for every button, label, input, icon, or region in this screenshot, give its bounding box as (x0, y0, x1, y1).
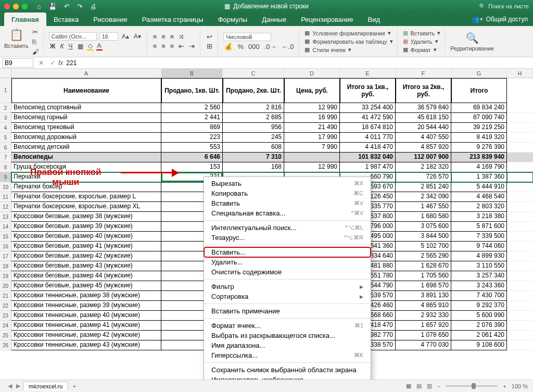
paste-button[interactable]: 📋 Вставить (4, 28, 29, 55)
context-menu-item[interactable]: Сортировка (204, 292, 371, 301)
row-header[interactable]: 25 (0, 331, 11, 340)
cell[interactable]: Перчатки боксер (11, 182, 161, 192)
cut-icon[interactable]: ✂ (32, 28, 39, 36)
cell[interactable]: 16 990 (284, 113, 340, 123)
cell[interactable]: Кроссовки беговые, размер 44 (мужские) (11, 271, 161, 281)
context-menu-item[interactable]: Удалить... (204, 257, 371, 267)
cell[interactable]: Кроссовки беговые, размер 43 (мужские) (11, 261, 161, 271)
row-header[interactable]: 11 (0, 192, 11, 202)
col-header-d[interactable]: D (284, 69, 340, 78)
header-cell[interactable]: Продано, 1кв. Шт. (161, 78, 223, 103)
cell[interactable] (284, 153, 340, 162)
wrap-text-icon[interactable]: ↩ (206, 33, 213, 41)
col-header-g[interactable]: G (451, 69, 507, 78)
cell[interactable]: 36 579 840 (396, 103, 451, 113)
zoom-level[interactable]: 100 % (512, 383, 528, 389)
cell[interactable]: 213 839 940 (451, 153, 507, 162)
row-header[interactable]: 21 (0, 291, 11, 301)
cell[interactable]: 4 011 770 (340, 133, 396, 143)
cell[interactable]: Кроссовки теннисные, размер 42 (мужские) (11, 331, 161, 340)
orientation-icon[interactable]: ⤭ (177, 33, 185, 41)
currency-icon[interactable]: 💰 (223, 43, 234, 50)
tab-layout[interactable]: Разметка страницы (135, 12, 211, 26)
cell[interactable]: 3 844 500 (396, 232, 451, 242)
row-header[interactable]: 20 (0, 281, 11, 291)
align-bottom-icon[interactable]: ≡ (169, 33, 175, 41)
cell[interactable]: 7 339 500 (451, 232, 507, 242)
align-center-icon[interactable]: ≡ (160, 42, 167, 50)
cell[interactable]: Велосипеды (11, 153, 161, 162)
italic-button[interactable]: К (59, 43, 65, 50)
cell[interactable]: 1 657 920 (396, 321, 451, 331)
conditional-formatting[interactable]: ▦Условное форматирование▾ (304, 30, 392, 36)
cell[interactable]: Кроссовки теннисные, размер 41 (мужские) (11, 321, 161, 331)
cell[interactable]: 9 276 390 (451, 143, 507, 153)
decrease-font-icon[interactable]: A▾ (133, 33, 142, 40)
align-left-icon[interactable]: ≡ (152, 42, 158, 50)
cell[interactable]: 5 600 990 (451, 311, 507, 321)
tab-nav-first[interactable]: ◀ (6, 383, 14, 389)
context-menu-item[interactable]: Тезаурус... ^⌥⌘R (204, 233, 371, 243)
cell[interactable]: 1 078 650 (396, 331, 451, 340)
cell[interactable]: 17 990 (284, 133, 340, 143)
row-header[interactable]: 23 (0, 311, 11, 321)
cell[interactable]: 1 628 670 (396, 261, 451, 271)
cell[interactable]: 1 467 550 (396, 202, 451, 212)
cell[interactable]: 4 169 790 (451, 162, 507, 172)
cell[interactable]: 608 (223, 143, 284, 153)
name-box[interactable] (2, 58, 33, 68)
cell[interactable]: 2 685 (223, 113, 284, 123)
sheet-tab[interactable]: microexcel.ru (23, 382, 68, 390)
cell[interactable]: 12 990 (284, 162, 340, 172)
cell[interactable]: 3 257 340 (451, 271, 507, 281)
cell[interactable]: 33 254 400 (340, 103, 396, 113)
delete-cells[interactable]: ▦Удалить▾ (403, 38, 441, 45)
row-header[interactable]: 3 (0, 113, 11, 123)
format-as-table[interactable]: ▦Форматировать как таблицу▾ (304, 38, 392, 45)
cell[interactable]: 101 832 040 (340, 153, 396, 162)
context-menu-item[interactable]: Формат ячеек... ⌘1 (204, 321, 371, 331)
context-menu-item[interactable]: Гиперссылка... ⌘K (204, 350, 371, 360)
share-button[interactable]: 👥+ Общий доступ (472, 12, 528, 26)
cell[interactable]: 2 182 320 (396, 162, 451, 172)
cell[interactable]: Кроссовки беговые, размер 39 (мужские) (11, 222, 161, 232)
row-header[interactable]: 6 (0, 143, 11, 153)
header-cell[interactable]: Продано, 2кв. Шт. (223, 78, 284, 103)
cell[interactable]: Велосипед дорожный (11, 133, 161, 143)
cell[interactable]: 1 387 360 (451, 172, 507, 182)
cell[interactable]: Кроссовки теннисные, размер 43 (мужские) (11, 340, 161, 350)
print-icon[interactable]: 🖨 (90, 3, 97, 10)
cell[interactable]: 3 243 360 (451, 281, 507, 291)
cell[interactable]: 4 857 920 (396, 143, 451, 153)
select-all-corner[interactable] (0, 69, 11, 78)
header-cell[interactable]: Наименование (11, 78, 161, 103)
format-cells[interactable]: ▦Формат▾ (403, 46, 441, 53)
align-middle-icon[interactable]: ≡ (160, 33, 167, 41)
cell[interactable]: 3 891 130 (396, 291, 451, 301)
find-icon[interactable]: 🔍 (466, 32, 479, 44)
cell[interactable]: Перчатки боксерские, взрослые, размер XL (11, 202, 161, 212)
cell[interactable]: 7 990 (284, 143, 340, 153)
cell[interactable]: 4 865 910 (396, 301, 451, 311)
cell[interactable]: 3 218 380 (451, 212, 507, 222)
col-header-b[interactable]: B (161, 69, 223, 78)
cell[interactable]: Перчатки боксерские, взрослые, размер L (11, 192, 161, 202)
row-header[interactable]: 1 (0, 78, 11, 103)
cell[interactable]: 2 565 290 (396, 251, 451, 261)
underline-button[interactable]: Ч (68, 43, 74, 50)
cell[interactable]: 1 705 560 (396, 271, 451, 281)
cell[interactable]: 553 (161, 143, 223, 153)
cell[interactable]: Перчатки (11, 172, 161, 182)
tab-nav-prev[interactable]: ▶ (15, 383, 22, 389)
font-size-select[interactable]: 16 (99, 32, 118, 41)
cell[interactable]: 4 770 030 (396, 340, 451, 350)
cell[interactable]: 9 292 370 (451, 301, 507, 311)
indent-dec-icon[interactable]: ⇤ (177, 42, 185, 50)
save-icon[interactable]: 💾 (48, 3, 57, 10)
context-menu-item[interactable]: Вставить ⌘V (204, 198, 371, 208)
cell[interactable]: Кроссовки теннисные, размер 39 (мужские) (11, 301, 161, 311)
row-header[interactable]: 5 (0, 133, 11, 143)
row-header[interactable]: 4 (0, 123, 11, 133)
col-header-e[interactable]: E (340, 69, 396, 78)
cell[interactable]: 18 674 810 (340, 123, 396, 133)
